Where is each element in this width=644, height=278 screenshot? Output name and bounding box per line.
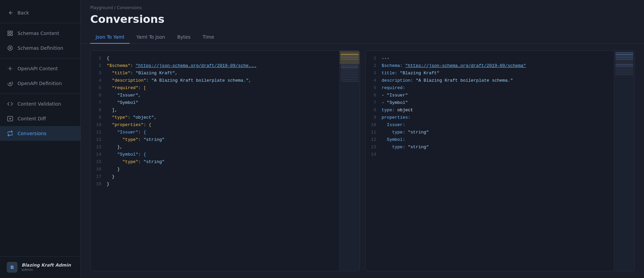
schemas-definition-icon	[7, 45, 13, 51]
code-line: 8 ],	[91, 107, 360, 114]
tab-time[interactable]: Time	[197, 31, 219, 44]
json-editor-scroll[interactable]: 1{ 2"$schema": "https://json-schema.org/…	[91, 51, 360, 271]
json-editor[interactable]: 1{ 2"$schema": "https://json-schema.org/…	[90, 50, 360, 271]
back-icon	[7, 9, 13, 16]
convert-icon	[7, 130, 13, 137]
svg-rect-2	[11, 31, 12, 33]
code-line: 3 "title": "Blazing Kraft",	[91, 70, 360, 77]
code-line: 16 }	[91, 166, 360, 173]
sidebar-top: Back Schemas Content Schemas Definition	[0, 0, 80, 141]
sidebar: Back Schemas Content Schemas Definition	[0, 0, 81, 278]
code-line: 15 "type": "string"	[91, 158, 360, 166]
code-line: 9properties:	[366, 114, 635, 121]
diff-icon	[7, 115, 13, 122]
code-icon	[7, 101, 13, 107]
sidebar-spacer	[0, 141, 80, 256]
sidebar-divider	[0, 58, 80, 58]
sidebar-item-schemas-definition[interactable]: Schemas Definition	[0, 41, 80, 55]
code-line: 6 "Issuer",	[91, 92, 360, 99]
code-line: 7- "Symbol"	[366, 99, 635, 107]
code-line: 2$schema: "https://json-schema.org/draft…	[366, 62, 635, 70]
user-name: Blazing Kraft Admin	[22, 263, 71, 268]
openapi-content-icon	[7, 65, 13, 72]
svg-point-8	[9, 83, 11, 84]
code-line: 4description: "A Blazing Kraft boilerpla…	[366, 77, 635, 84]
tabs-bar: Json To Yaml Yaml To Json Bytes Time	[81, 31, 644, 44]
code-line: 6- "Issuer"	[366, 92, 635, 99]
page-title: Conversions	[81, 11, 644, 31]
sidebar-item-label: OpenAPI Definition	[18, 81, 62, 86]
tab-bytes[interactable]: Bytes	[172, 31, 196, 44]
code-line: 8type: object	[366, 107, 635, 114]
json-editor-minimap	[339, 51, 360, 271]
svg-point-6	[8, 46, 12, 50]
sidebar-item-schemas-content[interactable]: Schemas Content	[0, 26, 80, 41]
sidebar-user: B Blazing Kraft Admin admin	[0, 256, 80, 278]
avatar: B	[7, 262, 18, 273]
sidebar-item-label: Conversions	[18, 131, 46, 136]
back-label: Back	[18, 10, 29, 15]
user-role: admin	[22, 268, 71, 272]
sidebar-divider	[0, 93, 80, 94]
code-line: 10 "properties": {	[91, 121, 360, 129]
code-line: 13 },	[91, 144, 360, 151]
code-line: 3title: "Blazing Kraft"	[366, 70, 635, 77]
minimap-highlight	[340, 51, 360, 64]
minimap-lines	[614, 51, 634, 76]
code-line: 11 "Issuer": {	[91, 129, 360, 136]
user-info: Blazing Kraft Admin admin	[22, 263, 71, 272]
tab-yaml-to-json[interactable]: Yaml To Json	[131, 31, 170, 44]
code-line: 7 "Symbol"	[91, 99, 360, 107]
code-line: 9 "type": "object",	[91, 114, 360, 121]
sidebar-item-openapi-definition[interactable]: OpenAPI Definition	[0, 76, 80, 91]
sidebar-item-label: OpenAPI Content	[18, 66, 58, 71]
svg-rect-3	[8, 34, 9, 36]
svg-rect-4	[11, 34, 12, 36]
code-line: 5required:	[366, 84, 635, 92]
code-line: 14	[366, 151, 635, 158]
schemas-content-icon	[7, 30, 13, 37]
tab-json-to-yaml[interactable]: Json To Yaml	[90, 31, 130, 44]
sidebar-item-label: Content Diff	[18, 116, 46, 121]
openapi-definition-icon	[7, 80, 13, 87]
sidebar-item-label: Schemas Definition	[18, 45, 63, 51]
yaml-editor[interactable]: 1--- 2$schema: "https://json-schema.org/…	[365, 50, 635, 271]
sidebar-item-label: Schemas Content	[18, 31, 59, 36]
svg-rect-1	[8, 31, 9, 33]
yaml-editor-minimap	[614, 51, 634, 271]
code-line: 12 Symbol:	[366, 136, 635, 144]
breadcrumb: Playground / Conversions	[81, 0, 644, 11]
code-line: 10 Issuer:	[366, 121, 635, 129]
editors-area: 1{ 2"$schema": "https://json-schema.org/…	[81, 44, 644, 278]
avatar-letter: B	[10, 265, 14, 270]
code-line: 14 "Symbol": {	[91, 151, 360, 158]
code-line: 1---	[366, 55, 635, 62]
sidebar-divider	[0, 23, 80, 23]
back-button[interactable]: Back	[0, 5, 80, 20]
svg-point-5	[9, 47, 11, 49]
code-line: 2"$schema": "https://json-schema.org/dra…	[91, 62, 360, 70]
svg-point-7	[9, 68, 11, 70]
code-line: 17 }	[91, 173, 360, 181]
code-line: 13 type: "string"	[366, 144, 635, 151]
code-line: 4 "description": "A Blazing Kraft boiler…	[91, 77, 360, 84]
code-line: 12 "type": "string"	[91, 136, 360, 144]
code-line: 1{	[91, 55, 360, 62]
code-line: 11 type: "string"	[366, 129, 635, 136]
code-line: 5 "required": [	[91, 84, 360, 92]
sidebar-item-content-validation[interactable]: Content Validation	[0, 96, 80, 111]
sidebar-item-content-diff[interactable]: Content Diff	[0, 111, 80, 126]
sidebar-item-label: Content Validation	[18, 101, 61, 107]
code-line: 18}	[91, 181, 360, 188]
yaml-editor-scroll[interactable]: 1--- 2$schema: "https://json-schema.org/…	[366, 51, 635, 271]
sidebar-item-openapi-content[interactable]: OpenAPI Content	[0, 61, 80, 76]
sidebar-item-conversions[interactable]: Conversions	[0, 126, 80, 141]
main-content: Playground / Conversions Conversions Jso…	[81, 0, 644, 278]
